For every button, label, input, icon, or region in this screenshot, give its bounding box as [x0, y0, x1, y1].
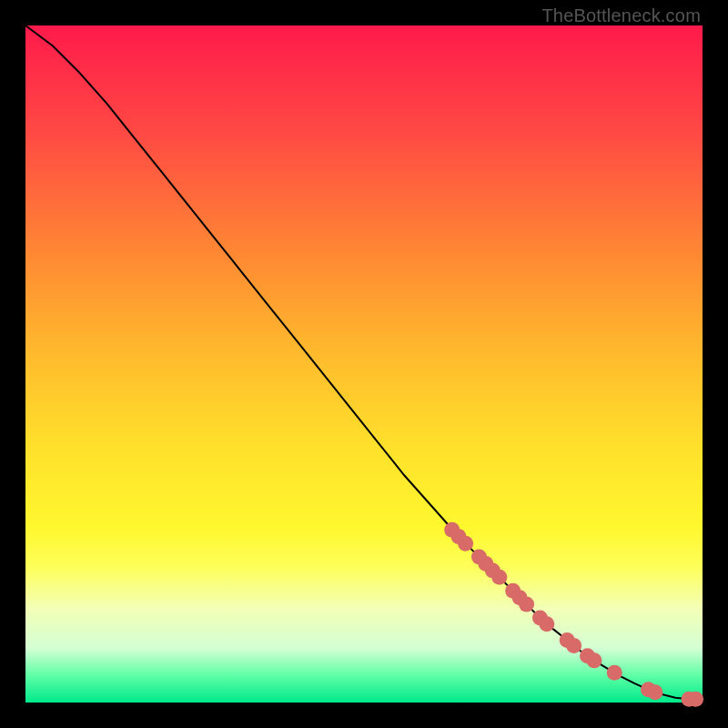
marker-point: [607, 665, 622, 681]
marker-point: [539, 616, 554, 632]
marker-point: [586, 652, 602, 668]
plot-area: [25, 25, 703, 703]
curve-path: [25, 25, 703, 699]
marker-point: [566, 638, 581, 653]
attribution-text: TheBottleneck.com: [541, 5, 701, 26]
marker-point: [688, 692, 703, 707]
marker-points: [444, 522, 703, 707]
marker-point: [491, 570, 507, 585]
marker-point: [647, 684, 662, 700]
curve-line: [25, 25, 703, 699]
marker-point: [458, 536, 473, 551]
chart-svg: [25, 25, 703, 703]
chart-frame: TheBottleneck.com: [0, 0, 728, 728]
marker-point: [519, 597, 534, 612]
